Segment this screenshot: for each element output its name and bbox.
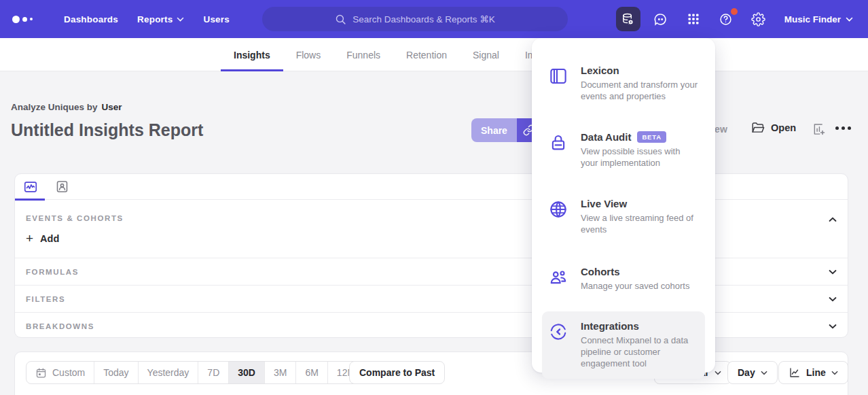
profile-icon (55, 179, 69, 194)
menu-item-data-audit[interactable]: Data Audit BETA View possible issues wit… (542, 122, 705, 177)
menu-item-cohorts[interactable]: Cohorts Manage your saved cohorts (542, 257, 705, 300)
builder-view-tabs (15, 174, 848, 200)
chart-type-dropdown[interactable]: Line (778, 361, 848, 384)
section-formulas: FORMULAS (15, 258, 848, 286)
analysis-context: Analyze Uniques byUser (11, 102, 122, 112)
section-events-cohorts: EVENTS & COHORTS + Add (15, 200, 848, 258)
add-event-button[interactable]: + Add (26, 232, 59, 245)
settings-gear-icon[interactable] (746, 7, 771, 31)
tab-profiles-view[interactable] (46, 174, 77, 200)
chart-controls-toolbar: Custom Today Yesterday 7D 30D 3M 6M 12M … (14, 351, 848, 395)
compare-to-past-button[interactable]: Compare to Past (349, 361, 445, 384)
top-navigation-bar: Dashboards Reports Users Search Dashboar… (0, 0, 868, 38)
search-placeholder: Search Dashboards & Reports ⌘K (352, 14, 494, 24)
open-report-button[interactable]: Open (751, 122, 796, 134)
section-breakdowns-header[interactable]: BREAKDOWNS (15, 313, 848, 339)
tab-retention[interactable]: Retention (393, 38, 460, 71)
range-custom[interactable]: Custom (26, 362, 94, 383)
topnav-right-icons: Music Finder (616, 0, 858, 38)
share-button[interactable]: Share (471, 118, 541, 142)
chevron-down-icon[interactable] (829, 269, 837, 275)
range-7d[interactable]: 7D (198, 362, 229, 383)
more-options-button[interactable] (835, 126, 851, 130)
range-yesterday[interactable]: Yesterday (139, 362, 199, 383)
data-management-menu: Lexicon Document and transform your even… (532, 38, 715, 373)
chevron-down-icon (761, 371, 767, 375)
date-range-picker: Custom Today Yesterday 7D 30D 3M 6M 12M (26, 361, 365, 384)
chevron-down-icon[interactable] (829, 296, 837, 302)
range-today[interactable]: Today (94, 362, 138, 383)
analysis-entity[interactable]: User (102, 102, 122, 112)
project-switcher[interactable]: Music Finder (779, 14, 858, 24)
menu-item-live-view[interactable]: Live View View a live streaming feed of … (542, 189, 705, 244)
menu-item-lexicon[interactable]: Lexicon Document and transform your even… (542, 56, 705, 111)
report-type-tabbar: Insights Flows Funnels Retention Signal … (0, 38, 868, 71)
tab-metrics-view[interactable] (15, 174, 46, 200)
insights-builder-panel: EVENTS & COHORTS + Add FORMULAS (14, 173, 848, 338)
tab-funnels[interactable]: Funnels (333, 38, 393, 71)
interval-dropdown[interactable]: Day (727, 361, 778, 384)
lexicon-book-icon (548, 65, 570, 102)
menu-item-integrations[interactable]: Integrations Connect Mixpanel to a data … (542, 311, 705, 378)
line-chart-icon (789, 366, 801, 379)
tab-signal[interactable]: Signal (460, 38, 512, 71)
nav-reports[interactable]: Reports (128, 0, 194, 38)
range-3m[interactable]: 3M (265, 362, 296, 383)
range-6m[interactable]: 6M (296, 362, 327, 383)
section-filters: FILTERS (15, 286, 848, 313)
section-events-header[interactable]: EVENTS & COHORTS (15, 200, 848, 225)
section-formulas-header[interactable]: FORMULAS (15, 258, 848, 285)
tab-insights[interactable]: Insights (221, 38, 283, 71)
search-icon (335, 14, 346, 25)
chevron-up-icon[interactable] (829, 217, 837, 222)
data-management-icon[interactable] (616, 7, 640, 31)
search-input[interactable]: Search Dashboards & Reports ⌘K (262, 7, 568, 31)
notification-dot (731, 8, 738, 15)
section-breakdowns: BREAKDOWNS (15, 313, 848, 339)
help-icon[interactable] (714, 7, 738, 31)
plus-icon: + (26, 232, 33, 245)
add-to-dashboard-button[interactable] (812, 122, 826, 139)
metrics-icon (23, 179, 38, 194)
section-filters-header[interactable]: FILTERS (15, 286, 848, 312)
feedback-icon[interactable] (649, 7, 673, 31)
calendar-icon (35, 367, 47, 379)
chevron-down-icon (177, 17, 184, 22)
share-label[interactable]: Share (471, 118, 517, 142)
app-window: Dashboards Reports Users Search Dashboar… (0, 0, 868, 395)
events-add-row: + Add (15, 225, 848, 258)
folder-icon (751, 122, 765, 134)
chevron-down-icon[interactable] (829, 324, 837, 329)
nav-users[interactable]: Users (194, 0, 239, 38)
data-audit-lock-icon (548, 131, 570, 169)
chevron-down-icon (831, 371, 838, 375)
range-30d[interactable]: 30D (229, 362, 265, 383)
nav-dashboards[interactable]: Dashboards (54, 0, 128, 38)
mixpanel-logo-icon[interactable] (12, 16, 42, 23)
cohorts-people-icon (548, 266, 570, 292)
integrations-sync-icon (548, 320, 570, 369)
tab-flows[interactable]: Flows (283, 38, 334, 71)
globe-icon (548, 198, 570, 235)
chart-add-icon (812, 122, 826, 136)
chevron-down-icon (846, 17, 853, 22)
beta-badge: BETA (637, 131, 666, 143)
chevron-down-icon (715, 371, 721, 375)
report-actions: Share New Open (0, 118, 868, 143)
apps-grid-icon[interactable] (681, 7, 706, 31)
